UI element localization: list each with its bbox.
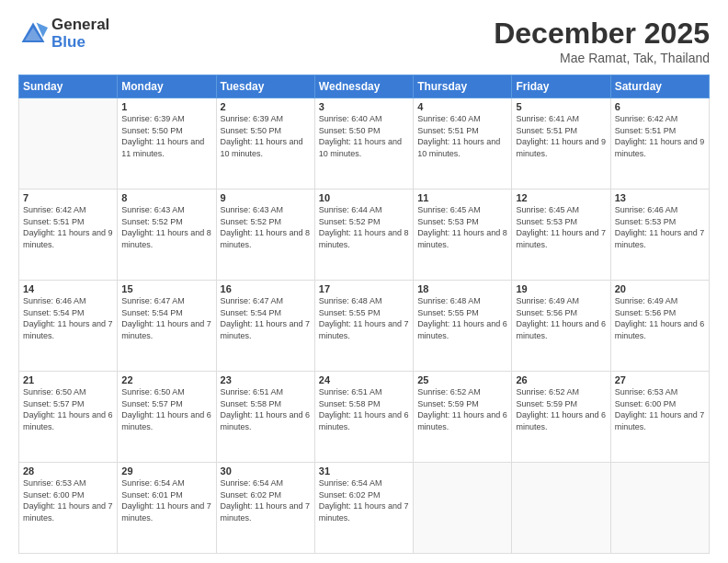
day-number: 30	[221, 465, 311, 477]
day-info: Sunrise: 6:48 AMSunset: 5:55 PMDaylight:…	[319, 295, 409, 341]
calendar-cell: 9Sunrise: 6:43 AMSunset: 5:52 PMDaylight…	[216, 190, 314, 281]
calendar-cell: 17Sunrise: 6:48 AMSunset: 5:55 PMDayligh…	[314, 281, 413, 372]
calendar-cell: 21Sunrise: 6:50 AMSunset: 5:57 PMDayligh…	[19, 372, 118, 463]
day-info: Sunrise: 6:42 AMSunset: 5:51 PMDaylight:…	[615, 113, 705, 159]
calendar-cell	[610, 463, 709, 554]
day-info: Sunrise: 6:45 AMSunset: 5:53 PMDaylight:…	[516, 204, 606, 250]
day-info: Sunrise: 6:54 AMSunset: 6:01 PMDaylight:…	[121, 477, 211, 523]
weekday-header-friday: Friday	[512, 75, 610, 98]
weekday-header-wednesday: Wednesday	[314, 75, 413, 98]
day-info: Sunrise: 6:44 AMSunset: 5:52 PMDaylight:…	[319, 204, 409, 250]
day-info: Sunrise: 6:53 AMSunset: 6:00 PMDaylight:…	[23, 477, 113, 523]
day-info: Sunrise: 6:51 AMSunset: 5:58 PMDaylight:…	[221, 386, 311, 432]
day-number: 28	[23, 465, 113, 477]
day-number: 27	[615, 374, 705, 385]
calendar-cell: 19Sunrise: 6:49 AMSunset: 5:56 PMDayligh…	[512, 281, 610, 372]
day-number: 15	[121, 283, 211, 294]
calendar-cell: 23Sunrise: 6:51 AMSunset: 5:58 PMDayligh…	[216, 372, 314, 463]
day-info: Sunrise: 6:39 AMSunset: 5:50 PMDaylight:…	[121, 113, 211, 159]
day-info: Sunrise: 6:49 AMSunset: 5:56 PMDaylight:…	[516, 295, 606, 341]
logo-blue-text: Blue	[51, 34, 109, 52]
day-number: 5	[516, 101, 606, 112]
day-number: 1	[121, 101, 211, 112]
day-info: Sunrise: 6:49 AMSunset: 5:56 PMDaylight:…	[615, 295, 705, 341]
day-number: 18	[417, 283, 507, 294]
calendar-cell: 26Sunrise: 6:52 AMSunset: 5:59 PMDayligh…	[512, 372, 610, 463]
logo-text: General Blue	[51, 17, 109, 51]
calendar-cell: 22Sunrise: 6:50 AMSunset: 5:57 PMDayligh…	[118, 372, 216, 463]
day-number: 16	[221, 283, 311, 294]
day-info: Sunrise: 6:40 AMSunset: 5:51 PMDaylight:…	[417, 113, 507, 159]
calendar-cell: 11Sunrise: 6:45 AMSunset: 5:53 PMDayligh…	[414, 190, 512, 281]
calendar-cell: 5Sunrise: 6:41 AMSunset: 5:51 PMDaylight…	[512, 98, 610, 190]
day-info: Sunrise: 6:45 AMSunset: 5:53 PMDaylight:…	[417, 204, 507, 250]
day-number: 4	[417, 101, 507, 112]
day-number: 3	[319, 101, 409, 112]
week-row-4: 21Sunrise: 6:50 AMSunset: 5:57 PMDayligh…	[19, 372, 710, 463]
calendar-cell: 25Sunrise: 6:52 AMSunset: 5:59 PMDayligh…	[414, 372, 512, 463]
calendar-cell: 30Sunrise: 6:54 AMSunset: 6:02 PMDayligh…	[216, 463, 314, 554]
calendar-cell: 16Sunrise: 6:47 AMSunset: 5:54 PMDayligh…	[216, 281, 314, 372]
calendar-cell: 14Sunrise: 6:46 AMSunset: 5:54 PMDayligh…	[19, 281, 118, 372]
calendar-cell: 10Sunrise: 6:44 AMSunset: 5:52 PMDayligh…	[314, 190, 413, 281]
day-info: Sunrise: 6:42 AMSunset: 5:51 PMDaylight:…	[23, 204, 113, 250]
day-info: Sunrise: 6:39 AMSunset: 5:50 PMDaylight:…	[221, 113, 311, 159]
day-info: Sunrise: 6:54 AMSunset: 6:02 PMDaylight:…	[319, 477, 409, 523]
month-title: December 2025	[494, 17, 710, 51]
day-number: 17	[319, 283, 409, 294]
day-info: Sunrise: 6:46 AMSunset: 5:53 PMDaylight:…	[615, 204, 705, 250]
calendar-cell	[414, 463, 512, 554]
day-info: Sunrise: 6:46 AMSunset: 5:54 PMDaylight:…	[23, 295, 113, 341]
calendar-cell: 2Sunrise: 6:39 AMSunset: 5:50 PMDaylight…	[216, 98, 314, 190]
day-info: Sunrise: 6:50 AMSunset: 5:57 PMDaylight:…	[23, 386, 113, 432]
calendar-cell: 18Sunrise: 6:48 AMSunset: 5:55 PMDayligh…	[414, 281, 512, 372]
day-info: Sunrise: 6:53 AMSunset: 6:00 PMDaylight:…	[615, 386, 705, 432]
calendar-cell: 4Sunrise: 6:40 AMSunset: 5:51 PMDaylight…	[414, 98, 512, 190]
calendar-cell: 7Sunrise: 6:42 AMSunset: 5:51 PMDaylight…	[19, 190, 118, 281]
day-info: Sunrise: 6:54 AMSunset: 6:02 PMDaylight:…	[221, 477, 311, 523]
day-info: Sunrise: 6:43 AMSunset: 5:52 PMDaylight:…	[221, 204, 311, 250]
calendar-cell	[512, 463, 610, 554]
day-info: Sunrise: 6:43 AMSunset: 5:52 PMDaylight:…	[121, 204, 211, 250]
weekday-header-saturday: Saturday	[610, 75, 709, 98]
day-number: 31	[319, 465, 409, 477]
day-number: 10	[319, 192, 409, 203]
day-number: 24	[319, 374, 409, 385]
day-number: 8	[121, 192, 211, 203]
calendar-cell: 27Sunrise: 6:53 AMSunset: 6:00 PMDayligh…	[610, 372, 709, 463]
logo-general-text: General	[51, 17, 109, 34]
day-number: 14	[23, 283, 113, 294]
calendar-cell: 8Sunrise: 6:43 AMSunset: 5:52 PMDaylight…	[118, 190, 216, 281]
day-number: 21	[23, 374, 113, 385]
calendar-table: SundayMondayTuesdayWednesdayThursdayFrid…	[18, 75, 710, 554]
day-info: Sunrise: 6:52 AMSunset: 5:59 PMDaylight:…	[516, 386, 606, 432]
day-number: 29	[121, 465, 211, 477]
calendar-cell: 28Sunrise: 6:53 AMSunset: 6:00 PMDayligh…	[19, 463, 118, 554]
day-number: 13	[615, 192, 705, 203]
title-block: December 2025 Mae Ramat, Tak, Thailand	[494, 17, 710, 65]
day-info: Sunrise: 6:47 AMSunset: 5:54 PMDaylight:…	[221, 295, 311, 341]
day-info: Sunrise: 6:50 AMSunset: 5:57 PMDaylight:…	[121, 386, 211, 432]
day-info: Sunrise: 6:51 AMSunset: 5:58 PMDaylight:…	[319, 386, 409, 432]
calendar-cell: 13Sunrise: 6:46 AMSunset: 5:53 PMDayligh…	[610, 190, 709, 281]
calendar-cell: 29Sunrise: 6:54 AMSunset: 6:01 PMDayligh…	[118, 463, 216, 554]
day-number: 26	[516, 374, 606, 385]
day-number: 12	[516, 192, 606, 203]
day-number: 2	[221, 101, 311, 112]
day-number: 9	[221, 192, 311, 203]
calendar-cell	[19, 98, 118, 190]
day-number: 20	[615, 283, 705, 294]
day-number: 23	[221, 374, 311, 385]
week-row-3: 14Sunrise: 6:46 AMSunset: 5:54 PMDayligh…	[19, 281, 710, 372]
day-number: 19	[516, 283, 606, 294]
calendar-cell: 3Sunrise: 6:40 AMSunset: 5:50 PMDaylight…	[314, 98, 413, 190]
weekday-header-thursday: Thursday	[414, 75, 512, 98]
day-number: 22	[121, 374, 211, 385]
calendar-cell: 20Sunrise: 6:49 AMSunset: 5:56 PMDayligh…	[610, 281, 709, 372]
calendar-cell: 12Sunrise: 6:45 AMSunset: 5:53 PMDayligh…	[512, 190, 610, 281]
logo-icon	[18, 19, 48, 49]
location: Mae Ramat, Tak, Thailand	[494, 51, 710, 65]
week-row-5: 28Sunrise: 6:53 AMSunset: 6:00 PMDayligh…	[19, 463, 710, 554]
calendar-cell: 24Sunrise: 6:51 AMSunset: 5:58 PMDayligh…	[314, 372, 413, 463]
weekday-header-row: SundayMondayTuesdayWednesdayThursdayFrid…	[19, 75, 710, 98]
